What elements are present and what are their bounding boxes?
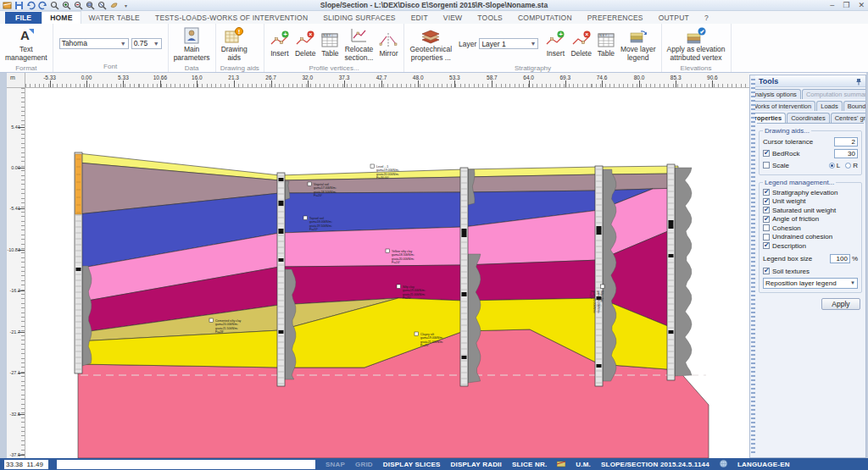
font-size-select[interactable]: 0.75▼: [131, 38, 162, 49]
profile-delete-button[interactable]: × Delete: [292, 29, 319, 59]
zoom-icon[interactable]: [50, 1, 59, 10]
legend-checkbox-icon: [209, 318, 214, 323]
scale-checkbox[interactable]: [763, 162, 770, 169]
slice-icon[interactable]: [557, 460, 565, 469]
menu-tab-preferences[interactable]: PREFERENCES: [580, 12, 651, 24]
legend-checkbox-icon: [308, 182, 312, 186]
checkbox-unit-weight[interactable]: [763, 198, 770, 205]
checkbox-description[interactable]: [763, 242, 770, 249]
status-slice-nr-[interactable]: SLICE NR.: [512, 461, 547, 468]
zoom-out-icon[interactable]: [74, 1, 83, 10]
zoom-extents-icon[interactable]: [86, 1, 95, 10]
menu-tab-tests-loads-works-of-intervention[interactable]: TESTS-LOADS-WORKS OF INTERVENTION: [147, 12, 315, 24]
menu-tab-?[interactable]: ?: [697, 12, 716, 24]
checkbox-cohesion[interactable]: [763, 224, 770, 231]
menu-tab-water-table[interactable]: WATER TABLE: [81, 12, 147, 24]
checkbox-undrained-cohesion[interactable]: [763, 234, 770, 241]
minimize-button[interactable]: –: [830, 1, 834, 9]
text-management-button[interactable]: A Text management: [3, 25, 50, 64]
bedrock-checkbox[interactable]: [763, 150, 770, 157]
drawing-aids-button[interactable]: ! Drawing aids: [219, 25, 250, 64]
redo-icon[interactable]: [38, 1, 47, 10]
stratigraphy-delete-button[interactable]: × Delete: [568, 29, 594, 59]
layer-select[interactable]: Layer 1▼: [479, 38, 538, 49]
checkbox-stratigraphy-elevation[interactable]: [763, 189, 770, 196]
undo-icon[interactable]: [26, 1, 36, 10]
profile-table-button[interactable]: N X Y Table: [318, 29, 342, 59]
reposition-layer-legend-select[interactable]: Reposition layer legend▼: [763, 278, 858, 289]
status-u-m-[interactable]: U.M.: [576, 461, 591, 468]
status-display-slices[interactable]: DISPLAY SLICES: [383, 461, 441, 468]
status-grid[interactable]: GRID: [355, 461, 373, 468]
menu-tab-sliding-surfaces[interactable]: SLIDING SURFACES: [315, 12, 403, 24]
font-name-select[interactable]: Tahoma▼: [59, 38, 129, 49]
legend-checkbox-icon: [386, 249, 390, 253]
chevron-down-icon: ▼: [530, 41, 536, 47]
menu-tab-edit[interactable]: EDIT: [403, 12, 436, 24]
tools-panel-title: Tools: [759, 77, 778, 86]
command-input[interactable]: [57, 460, 315, 469]
ruler-tick: [381, 80, 382, 87]
menu-tab-output[interactable]: OUTPUT: [651, 12, 697, 24]
scale-right-radio[interactable]: [845, 163, 851, 169]
section-canvas[interactable]: Level ...1gam=19.00kN/m³gsat=20.00kN/m³F…: [25, 88, 749, 458]
bedrock-input[interactable]: 30: [834, 149, 858, 158]
relocate-section-button[interactable]: Relocate section...: [342, 25, 376, 64]
ruler-value: 37.3: [331, 75, 357, 80]
mirror-button[interactable]: Mirror: [376, 29, 401, 59]
stratigraphy-insert-button[interactable]: + Insert: [542, 29, 568, 59]
pan-icon[interactable]: [109, 1, 119, 10]
ruler-tick: [454, 80, 455, 87]
menu-tab-tools[interactable]: TOOLS: [470, 12, 510, 24]
menu-tab-home[interactable]: HOME: [42, 11, 81, 24]
status-display-radii[interactable]: DISPLAY RADII: [451, 461, 502, 468]
more-icon[interactable]: ▾: [121, 1, 131, 10]
save-icon[interactable]: [14, 1, 24, 10]
legend-management-group: Legend management... Stratigraphy elevat…: [759, 179, 862, 293]
apply-elevation-vertex-button[interactable]: ✔ Apply as elevation attributed vertex: [665, 25, 728, 64]
panel-tab-properties[interactable]: Properties: [755, 113, 786, 123]
profile-insert-button[interactable]: + Insert: [267, 29, 292, 59]
menu-tab-file[interactable]: FILE: [5, 12, 42, 24]
checkbox-angle-of-friction[interactable]: [763, 216, 770, 223]
panel-tab-bounds[interactable]: Bounds: [843, 101, 865, 111]
borehole-black-segment: [462, 356, 467, 359]
borehole-column[interactable]: [667, 164, 675, 380]
zoom-window-icon[interactable]: [97, 1, 107, 10]
ribbon: A Text management Format Tahoma▼ 0.75▼ F…: [0, 24, 868, 73]
borehole-black-segment: [76, 268, 81, 271]
panel-tab-works-of-intervention[interactable]: Works of intervention: [755, 101, 815, 111]
soil-textures-checkbox[interactable]: [763, 268, 770, 274]
panel-tab-centres-grid[interactable]: Centres' grid: [831, 113, 865, 123]
ruler-value: 16.0: [184, 75, 209, 80]
status-language-en[interactable]: LANGUAGE-EN: [737, 461, 790, 468]
app-icon[interactable]: [3, 1, 12, 10]
status-slope-section-2015-24-5-1144[interactable]: SLOPE/SECTION 2015.24.5.1144: [601, 461, 709, 468]
panel-tab-loads[interactable]: Loads: [816, 101, 842, 111]
table-icon: N X Y: [597, 30, 615, 50]
zoom-in-icon[interactable]: [62, 1, 71, 10]
close-button[interactable]: ✕: [858, 1, 865, 9]
cursor-tolerance-input[interactable]: 2: [834, 137, 858, 147]
ruler-value: 21.3: [221, 75, 247, 80]
main-parameters-button[interactable]: Main parameters: [171, 25, 213, 64]
ruler-value: -5.33: [37, 75, 63, 80]
ribbon-group-drawing-aids: ! Drawing aids Drawing aids: [216, 24, 264, 72]
checkbox-saturated-unit-weight[interactable]: [763, 207, 770, 213]
borehole-black-segment: [279, 178, 284, 181]
apply-button[interactable]: Apply: [821, 298, 860, 310]
menu-tab-computation[interactable]: COMPUTATION: [510, 12, 580, 24]
panel-tab-analysis-options[interactable]: Analysis options: [755, 89, 801, 99]
geotechnical-properties-button[interactable]: Geotechnical properties ...: [407, 25, 454, 64]
borehole-column[interactable]: [460, 168, 468, 386]
stratigraphy-table-button[interactable]: N X Y Table: [594, 29, 618, 59]
ruler-tick: [344, 80, 345, 87]
restore-button[interactable]: ❐: [843, 1, 849, 9]
menu-tab-view[interactable]: VIEW: [436, 12, 470, 24]
panel-tab-computation-summary[interactable]: Computation summary: [802, 89, 865, 99]
scale-left-radio[interactable]: [829, 163, 835, 169]
panel-tab-coordinates[interactable]: Coordinates: [787, 113, 829, 123]
legend-box-size-input[interactable]: 100: [830, 254, 850, 263]
move-layer-legend-button[interactable]: Move layer legend: [618, 25, 659, 64]
status-snap[interactable]: SNAP: [326, 461, 345, 468]
